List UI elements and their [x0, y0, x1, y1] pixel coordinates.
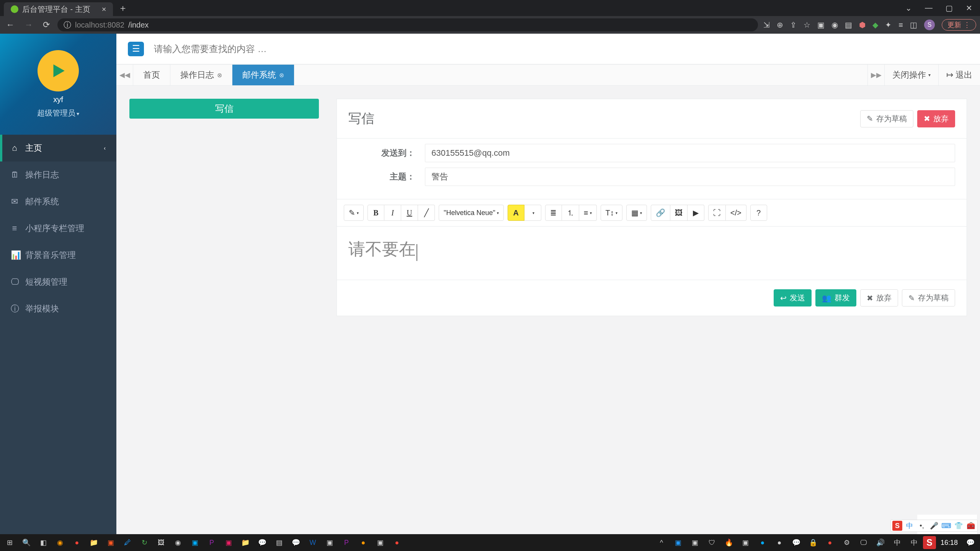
tray-icon-5[interactable]: ▣	[738, 536, 754, 549]
tab-logs[interactable]: 操作日志⊗	[170, 65, 232, 85]
discard-button[interactable]: ✖放弃	[917, 110, 955, 127]
info-icon[interactable]: ⓘ	[64, 20, 71, 30]
taskbar-app-12[interactable]: ▣	[220, 536, 237, 549]
profile-avatar[interactable]: S	[924, 20, 935, 30]
tray-ime-1[interactable]: 中	[889, 536, 905, 549]
table-dropdown[interactable]: ▦▾	[626, 205, 647, 221]
install-icon[interactable]: ⇲	[763, 20, 770, 29]
taskbar-word[interactable]: W	[305, 536, 321, 549]
tray-icon-2[interactable]: ▣	[687, 536, 703, 549]
tab-close-icon[interactable]: ⊗	[217, 72, 222, 79]
taskbar-app-6[interactable]: 🖉	[119, 536, 136, 549]
tray-volume[interactable]: 🔊	[872, 536, 889, 549]
user-role-dropdown[interactable]: 超级管理员	[37, 108, 80, 118]
align-dropdown[interactable]: ≡▾	[579, 205, 597, 221]
tray-icon-9[interactable]: 🔒	[805, 536, 821, 549]
sidebar-item-mail[interactable]: ✉邮件系统	[0, 188, 116, 215]
save-draft-button[interactable]: ✎存为草稿	[860, 110, 913, 127]
browser-tab[interactable]: 后台管理平台 - 主页 ×	[4, 2, 113, 16]
tray-icon-11[interactable]: ⚙	[839, 536, 855, 549]
sidebar-toggle-button[interactable]: ☰	[128, 42, 144, 56]
taskbar-app-8[interactable]: 🖼	[153, 536, 169, 549]
sidebar-item-video[interactable]: 🖵短视频管理	[0, 269, 116, 295]
taskbar-app-20[interactable]: ●	[355, 536, 371, 549]
dropdown-icon[interactable]: ⌄	[905, 3, 912, 13]
ext2-icon[interactable]: ◉	[831, 20, 838, 29]
address-bar[interactable]: ⓘ localhost:8082/index	[57, 18, 758, 31]
font-family-dropdown[interactable]: "Helvetica Neue"▾	[439, 205, 504, 221]
taskbar-app-5[interactable]: ▣	[103, 536, 119, 549]
minimize-icon[interactable]: —	[925, 3, 933, 13]
tray-chevron[interactable]: ^	[653, 536, 670, 549]
taskbar-app-15[interactable]: ▤	[271, 536, 287, 549]
ordered-list-button[interactable]: ⒈	[562, 205, 579, 221]
forward-button[interactable]: →	[22, 20, 35, 30]
subject-input[interactable]	[425, 168, 955, 186]
fullscreen-button[interactable]: ⛶	[708, 205, 726, 221]
style-dropdown[interactable]: ✎▾	[344, 205, 364, 221]
tray-icon-10[interactable]: ●	[822, 536, 838, 549]
sidebar-item-home[interactable]: ⌂主页‹	[0, 135, 116, 161]
tray-icon-4[interactable]: 🔥	[721, 536, 737, 549]
ext1-icon[interactable]: ▣	[817, 20, 825, 29]
notifications-button[interactable]: 💬	[962, 536, 978, 549]
ext5-icon[interactable]: ◆	[872, 20, 878, 29]
tab-scroll-left[interactable]: ◀◀	[116, 65, 133, 85]
ext4-icon[interactable]: ⬢	[859, 20, 866, 29]
send-button[interactable]: ↩发送	[774, 289, 812, 306]
tray-ime-2[interactable]: 中	[906, 536, 922, 549]
italic-button[interactable]: I	[384, 205, 401, 221]
close-ops-dropdown[interactable]: 关闭操作▾	[884, 65, 938, 85]
underline-button[interactable]: U	[401, 205, 418, 221]
help-button[interactable]: ?	[750, 205, 767, 221]
start-button[interactable]: ⊞	[2, 536, 18, 549]
sidebar-item-report[interactable]: ⓘ举报模块	[0, 295, 116, 322]
taskbar-app-4[interactable]: 📁	[86, 536, 102, 549]
tray-icon-1[interactable]: ▣	[670, 536, 686, 549]
update-button[interactable]: 更新⋮	[942, 19, 976, 31]
share-icon[interactable]: ⇪	[790, 20, 797, 29]
extensions-icon[interactable]: ✦	[885, 20, 892, 29]
reading-list-icon[interactable]: ≡	[898, 21, 903, 29]
code-view-button[interactable]: </>	[726, 205, 746, 221]
tab-home[interactable]: 首页	[133, 65, 170, 85]
taskbar-app-16[interactable]: 💬	[288, 536, 304, 549]
side-panel-icon[interactable]: ◫	[910, 20, 917, 29]
bold-button[interactable]: B	[368, 205, 384, 221]
tab-scroll-right[interactable]: ▶▶	[867, 65, 884, 85]
search-input[interactable]	[154, 44, 969, 54]
editor-body[interactable]: 请不要在	[337, 227, 967, 280]
text-color-button[interactable]: A	[508, 205, 524, 221]
discard-button-2[interactable]: ✖放弃	[860, 289, 898, 306]
sidebar-item-logs[interactable]: 🗓操作日志	[0, 161, 116, 188]
reload-button[interactable]: ⟳	[41, 20, 52, 30]
save-draft-button-2[interactable]: ✎存为草稿	[902, 289, 955, 306]
link-button[interactable]: 🔗	[651, 205, 670, 221]
recipient-input[interactable]	[425, 144, 955, 162]
text-color-dropdown[interactable]: ▾	[524, 205, 541, 221]
compose-button[interactable]: 写信	[129, 99, 319, 119]
sidebar-item-miniapp[interactable]: ≡小程序专栏管理	[0, 215, 116, 242]
tray-icon-7[interactable]: ●	[771, 536, 787, 549]
tab-mail[interactable]: 邮件系统⊗	[232, 65, 294, 85]
maximize-icon[interactable]: ▢	[946, 3, 953, 13]
ime-keyboard-icon[interactable]: ⌨	[941, 521, 951, 531]
tray-wechat[interactable]: 💬	[788, 536, 804, 549]
mass-send-button[interactable]: 👥群发	[815, 289, 856, 306]
image-button[interactable]: 🖼	[670, 205, 688, 221]
back-button[interactable]: ←	[4, 20, 17, 30]
taskbar-app-1[interactable]: ◧	[35, 536, 51, 549]
taskbar-wechat[interactable]: 💬	[254, 536, 270, 549]
line-height-dropdown[interactable]: T↕▾	[601, 205, 622, 221]
sidebar-item-music[interactable]: 📊背景音乐管理	[0, 242, 116, 269]
taskbar-app-19[interactable]: P	[338, 536, 354, 549]
close-icon[interactable]: ✕	[966, 3, 972, 13]
new-tab-button[interactable]: ＋	[118, 2, 127, 14]
ime-floating-bar[interactable]: S 中 •, 🎤 ⌨ 👕 🧰	[890, 520, 978, 532]
logout-button[interactable]: ↦退出	[938, 65, 980, 85]
ime-skin-icon[interactable]: 👕	[954, 521, 964, 531]
taskbar-app-13[interactable]: 📁	[237, 536, 253, 549]
tray-sogou-icon[interactable]: S	[923, 536, 936, 549]
tray-icon-12[interactable]: 🖵	[856, 536, 872, 549]
taskbar-app-3[interactable]: ●	[69, 536, 85, 549]
